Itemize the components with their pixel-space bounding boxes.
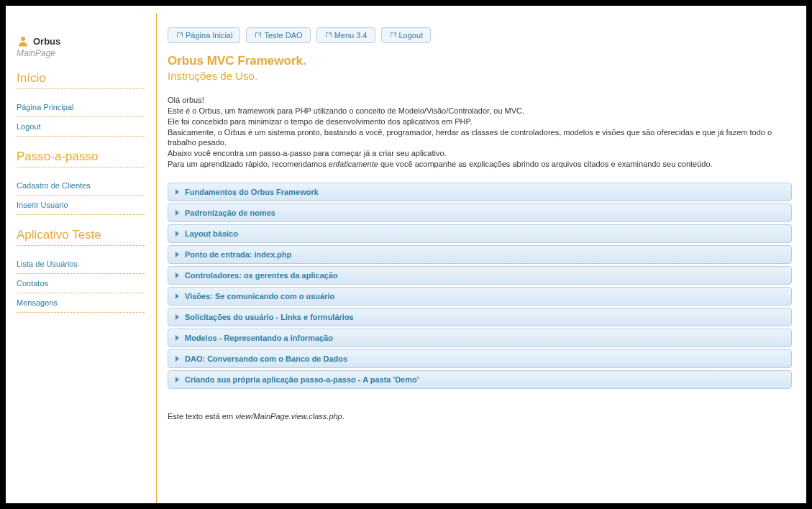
brand-name: Orbus: [33, 36, 60, 47]
accordion-item[interactable]: Modelos - Representando a informação: [168, 329, 792, 347]
sidebar-section-aplicativo: Aplicativo Teste: [17, 228, 145, 246]
footer-note: Este texto está em view/MainPage.view.cl…: [168, 412, 792, 421]
accordion-label: Criando sua própria aplicação passo-a-pa…: [185, 375, 419, 384]
toolbar-btn-label: Logout: [399, 31, 424, 40]
toolbar-btn-pagina-inicial[interactable]: Página Inicial: [168, 27, 240, 43]
extlink-icon: [324, 31, 333, 40]
chevron-right-icon: [175, 356, 179, 362]
accordion-item[interactable]: Solicitações do usuário - Links e formul…: [168, 308, 792, 326]
toolbar-btn-logout[interactable]: Logout: [381, 27, 432, 43]
container: Orbus MainPage Início Página Principal L…: [6, 6, 806, 503]
main-content: Página Inicial Teste DAO Menu 3.4 Logout…: [157, 13, 806, 503]
intro-p1: Este é o Orbus, um framework para PHP ut…: [168, 106, 792, 116]
accordion-item[interactable]: Visões: Se comunicando com o usuário: [168, 287, 792, 306]
sidebar: Orbus MainPage Início Página Principal L…: [6, 13, 157, 503]
chevron-right-icon: [175, 377, 179, 382]
accordion-label: DAO: Conversando com o Banco de Dados: [185, 354, 347, 363]
accordion-label: Ponto de entrada: index.php: [185, 250, 292, 259]
chevron-right-icon: [175, 335, 179, 341]
sidebar-item-inserir-usuario[interactable]: Inserir Usuario: [17, 196, 145, 215]
user-icon: [17, 35, 29, 47]
accordion-item[interactable]: Controladores: os gerentes da aplicação: [168, 266, 792, 285]
accordion: Fundamentos do Orbus Framework Padroniza…: [168, 183, 792, 390]
app-frame: Orbus MainPage Início Página Principal L…: [6, 6, 806, 503]
sidebar-item-contatos[interactable]: Contatos: [17, 274, 145, 293]
accordion-label: Controladores: os gerentes da aplicação: [185, 271, 338, 280]
accordion-label: Visões: Se comunicando com o usuário: [185, 292, 334, 301]
sidebar-item-lista-usuarios[interactable]: Lista de Usuários: [17, 254, 145, 274]
toolbar-btn-teste-dao[interactable]: Teste DAO: [246, 27, 310, 43]
accordion-label: Modelos - Representando a informação: [185, 334, 333, 342]
accordion-item[interactable]: Layout básico: [168, 224, 792, 243]
intro-p3: Basicamente, o Orbus é um sistema pronto…: [168, 127, 792, 149]
page-subtitle: Instruções de Uso.: [168, 70, 792, 82]
sidebar-section-inicio: Início: [17, 71, 145, 89]
chevron-right-icon: [175, 189, 179, 195]
chevron-right-icon: [175, 231, 179, 237]
accordion-item[interactable]: Fundamentos do Orbus Framework: [168, 183, 792, 201]
logo: Orbus: [17, 35, 145, 47]
sidebar-item-mensagens[interactable]: Mensagens: [17, 293, 145, 313]
accordion-item[interactable]: Criando sua própria aplicação passo-a-pa…: [168, 370, 792, 389]
toolbar-btn-label: Página Inicial: [186, 31, 232, 40]
chevron-right-icon: [175, 314, 179, 320]
chevron-right-icon: [175, 252, 179, 257]
intro-p2: Ele foi concebido para minimizar o tempo…: [168, 116, 792, 127]
sidebar-item-pagina-principal[interactable]: Página Principal: [17, 98, 145, 117]
accordion-label: Solicitações do usuário - Links e formul…: [185, 313, 354, 321]
intro-text: Olá orbus! Este é o Orbus, um framework …: [168, 95, 792, 170]
intro-greeting: Olá orbus!: [168, 95, 792, 106]
page-title: Orbus MVC Framework.: [168, 54, 792, 68]
accordion-label: Padronização de nomes: [185, 208, 275, 217]
accordion-item[interactable]: DAO: Conversando com o Banco de Dados: [168, 349, 792, 368]
chevron-right-icon: [175, 293, 179, 299]
chevron-right-icon: [175, 272, 179, 278]
sidebar-item-cadastro[interactable]: Cadastro de Clientes: [17, 176, 145, 196]
extlink-icon: [175, 31, 184, 40]
accordion-label: Layout básico: [185, 229, 238, 238]
extlink-icon: [389, 31, 398, 40]
sidebar-section-passo: Passo-a-passo: [17, 150, 145, 168]
intro-p4: Abaixo você encontra um passo-a-passo pa…: [168, 148, 792, 159]
brand-subtitle: MainPage: [17, 48, 145, 58]
accordion-label: Fundamentos do Orbus Framework: [185, 188, 319, 196]
intro-p5: Para um aprendizado rápido, recomendamos…: [168, 159, 792, 170]
svg-point-0: [21, 37, 25, 41]
sidebar-item-logout[interactable]: Logout: [17, 117, 145, 137]
accordion-item[interactable]: Padronização de nomes: [168, 203, 792, 222]
toolbar: Página Inicial Teste DAO Menu 3.4 Logout: [168, 27, 792, 43]
toolbar-btn-label: Menu 3.4: [334, 31, 368, 40]
accordion-item[interactable]: Ponto de entrada: index.php: [168, 245, 792, 264]
chevron-right-icon: [175, 210, 179, 216]
toolbar-btn-label: Teste DAO: [264, 31, 302, 40]
extlink-icon: [254, 31, 263, 40]
toolbar-btn-menu34[interactable]: Menu 3.4: [316, 27, 375, 43]
